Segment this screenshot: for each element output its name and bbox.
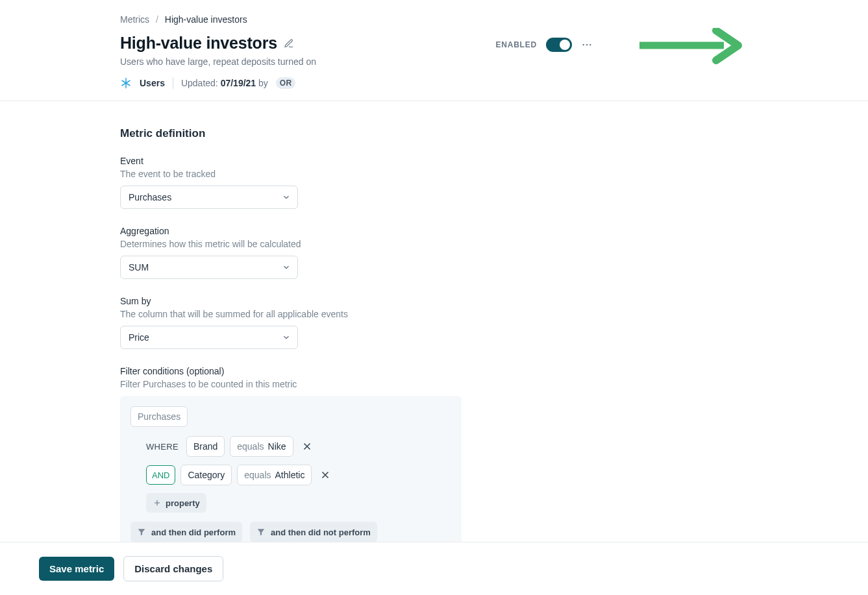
filter-source-pill[interactable]: Purchases xyxy=(130,406,188,427)
then-did-not-perform-button[interactable]: and then did not perform xyxy=(250,522,377,542)
filters-help: Filter Purchases to be counted in this m… xyxy=(120,379,730,389)
funnel-icon xyxy=(256,528,266,537)
sumby-select-value: Price xyxy=(129,332,149,343)
and-pill[interactable]: AND xyxy=(146,465,175,485)
then-did-perform-label: and then did perform xyxy=(151,528,236,537)
filter-op: equals xyxy=(237,441,264,452)
filter-box: Purchases WHERE Brand equals Nike AND Ca… xyxy=(120,396,462,553)
author-avatar[interactable]: OR xyxy=(276,77,296,89)
then-did-not-perform-label: and then did not perform xyxy=(271,528,371,537)
sumby-select[interactable]: Price xyxy=(120,326,298,349)
page-title: High-value investors xyxy=(120,34,277,53)
header-divider xyxy=(0,101,868,101)
discard-button[interactable]: Discard changes xyxy=(123,556,223,581)
filters-label: Filter conditions (optional) xyxy=(120,366,730,376)
aggregation-help: Determines how this metric will be calcu… xyxy=(120,239,730,249)
event-select-value: Purchases xyxy=(129,192,171,202)
meta-divider xyxy=(173,77,173,89)
filter-op-value-pill[interactable]: equals Nike xyxy=(230,436,293,457)
breadcrumb-current: High-value investors xyxy=(165,14,247,25)
edit-title-icon[interactable] xyxy=(284,38,294,49)
page-subtitle: Users who have large, repeat deposits tu… xyxy=(120,56,730,67)
event-label: Event xyxy=(120,156,730,166)
funnel-icon xyxy=(137,528,146,537)
remove-filter-icon[interactable] xyxy=(319,469,331,481)
meta-updated-by: by xyxy=(256,78,268,88)
event-help: The event to be tracked xyxy=(120,169,730,179)
more-menu-button[interactable] xyxy=(581,39,593,51)
filter-value: Athletic xyxy=(275,470,305,480)
filter-value: Nike xyxy=(268,441,286,452)
section-title: Metric definition xyxy=(120,127,730,140)
snowflake-icon xyxy=(120,77,132,89)
svg-point-0 xyxy=(583,44,584,45)
enabled-toggle[interactable] xyxy=(546,38,572,52)
filter-field-pill[interactable]: Brand xyxy=(186,436,225,457)
filter-row: WHERE Brand equals Nike xyxy=(146,436,451,457)
meta-updated-date: 07/19/21 xyxy=(221,78,256,88)
meta-updated-prefix: Updated: xyxy=(181,78,221,88)
chevron-down-icon xyxy=(282,333,291,342)
filter-op: equals xyxy=(244,470,271,480)
svg-point-1 xyxy=(586,44,588,45)
filter-field-pill[interactable]: Category xyxy=(180,465,232,485)
chevron-down-icon xyxy=(282,263,291,272)
remove-filter-icon[interactable] xyxy=(301,441,313,452)
add-property-button[interactable]: property xyxy=(146,493,206,513)
bottom-action-bar: Save metric Discard changes xyxy=(0,542,868,595)
filter-op-value-pill[interactable]: equals Athletic xyxy=(237,465,312,485)
meta-source: Users xyxy=(140,78,165,88)
filter-row: AND Category equals Athletic xyxy=(146,465,451,485)
then-did-perform-button[interactable]: and then did perform xyxy=(130,522,242,542)
aggregation-select-value: SUM xyxy=(129,262,149,273)
event-select[interactable]: Purchases xyxy=(120,186,298,209)
aggregation-select[interactable]: SUM xyxy=(120,256,298,279)
enabled-label: ENABLED xyxy=(495,40,537,49)
where-label: WHERE xyxy=(146,442,179,452)
plus-icon xyxy=(153,498,162,507)
breadcrumb: Metrics / High-value investors xyxy=(120,14,730,25)
svg-point-2 xyxy=(589,44,591,45)
add-property-label: property xyxy=(166,498,200,508)
breadcrumb-root[interactable]: Metrics xyxy=(120,14,149,25)
chevron-down-icon xyxy=(282,193,291,202)
breadcrumb-separator: / xyxy=(156,14,158,25)
sumby-help: The column that will be summed for all a… xyxy=(120,309,730,319)
sumby-label: Sum by xyxy=(120,296,730,306)
meta-updated: Updated: 07/19/21 by xyxy=(181,78,268,88)
aggregation-label: Aggregation xyxy=(120,226,730,236)
save-button[interactable]: Save metric xyxy=(39,557,114,581)
